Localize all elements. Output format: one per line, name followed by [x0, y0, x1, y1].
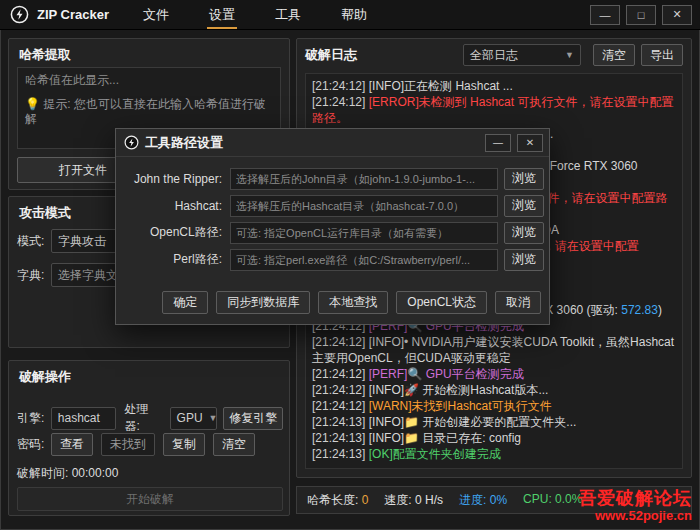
repair-engine-button[interactable]: 修复引擎	[223, 407, 283, 430]
opencl-browse-button[interactable]: 浏览	[504, 222, 544, 244]
chevron-down-icon: ▼	[565, 50, 574, 60]
john-path-label: John the Ripper:	[122, 172, 222, 186]
status-progress: 进度: 0%	[459, 492, 507, 509]
local-find-button[interactable]: 本地查找	[318, 291, 388, 314]
dialog-titlebar: 工具路径设置 — ✕	[116, 129, 549, 157]
hash-tip: 💡 提示: 您也可以直接在此输入哈希值进行破解	[25, 97, 273, 127]
watermark-text: 吾爱破解论坛	[578, 488, 692, 509]
start-crack-button[interactable]: 开始破解	[17, 487, 283, 511]
menu-item-设置[interactable]: 设置	[195, 1, 249, 29]
hashcat-path-row: Hashcat:浏览	[116, 192, 549, 219]
perl-path-label: Perl路径:	[122, 251, 222, 268]
cancel-button[interactable]: 取消	[495, 291, 541, 314]
log-line: [21:24:13] [INFO]📁 目录已存在: config	[312, 430, 676, 446]
dialog-window-controls: — ✕	[485, 134, 543, 152]
app-logo-icon	[10, 5, 29, 24]
log-line: [21:24:12] [INFO]• NVIDIA用户建议安装CUDA Tool…	[312, 334, 676, 366]
window-controls: — □ ✕	[590, 5, 692, 25]
status-speed: 速度: 0 H/s	[384, 492, 443, 509]
log-line: [21:24:12] [WARN]未找到Hashcat可执行文件	[312, 398, 676, 414]
dictionary-label: 字典:	[17, 267, 51, 284]
opencl-path-label: OpenCL路径:	[122, 224, 222, 241]
opencl-status-button[interactable]: OpenCL状态	[396, 291, 487, 314]
john-path-input[interactable]	[230, 168, 498, 190]
maximize-button[interactable]: □	[626, 5, 656, 25]
john-path-row: John the Ripper:浏览	[116, 165, 549, 192]
dialog-rows: John the Ripper:浏览Hashcat:浏览OpenCL路径:浏览P…	[116, 157, 549, 273]
menu-item-帮助[interactable]: 帮助	[327, 1, 381, 29]
minimize-button[interactable]: —	[590, 5, 620, 25]
opencl-path-input[interactable]	[230, 222, 498, 244]
password-status-field: 未找到	[101, 433, 155, 456]
titlebar: ZIP Cracker 文件设置工具帮助 — □ ✕	[0, 0, 700, 30]
processor-label: 处理器:	[124, 401, 163, 435]
log-filter-value: 全部日志	[470, 47, 518, 64]
status-items: 哈希长度: 0速度: 0 H/s进度: 0%CPU: 0.0%	[307, 492, 598, 509]
crack-time-label: 破解时间:	[17, 466, 68, 480]
confirm-button[interactable]: 确定	[162, 291, 208, 314]
log-panel-title: 破解日志	[305, 46, 357, 64]
status-hash-length: 哈希长度: 0	[307, 492, 368, 509]
dialog-close-button[interactable]: ✕	[517, 134, 543, 152]
log-export-button[interactable]: 导出	[641, 44, 683, 66]
hashcat-path-input[interactable]	[230, 195, 498, 217]
attack-mode-value: 字典攻击	[58, 233, 106, 250]
crack-time-row: 破解时间: 00:00:00	[17, 465, 118, 482]
crack-operation-panel: 破解操作 引擎: hashcat 处理器: GPU ▼ 修复引擎 密码: 查看 …	[8, 360, 290, 516]
processor-select[interactable]: GPU ▼	[170, 407, 218, 430]
menu-bar: 文件设置工具帮助	[123, 1, 387, 29]
log-line: [21:24:12] [INFO]🚀 开始检测Hashcat版本...	[312, 382, 676, 398]
operate-panel-title: 破解操作	[9, 361, 289, 386]
perl-path-input[interactable]	[230, 249, 498, 271]
status-cpu: CPU: 0.0%	[523, 492, 582, 509]
log-line: [21:24:13] [OK]配置文件夹创建完成	[312, 446, 676, 462]
mode-label: 模式:	[17, 233, 51, 250]
log-filter-select[interactable]: 全部日志 ▼	[463, 44, 581, 66]
password-row: 密码: 查看 未找到 复制 清空	[17, 433, 283, 456]
watermark: 吾爱破解论坛 www.52pojie.cn	[578, 488, 692, 524]
log-line: [21:24:12] [ERROR]未检测到 Hashcat 可执行文件，请在设…	[312, 94, 676, 126]
hash-panel-title: 哈希提取	[9, 39, 289, 64]
john-browse-button[interactable]: 浏览	[504, 168, 544, 190]
chevron-down-icon: ▼	[209, 413, 218, 423]
opencl-path-row: OpenCL路径:浏览	[116, 219, 549, 246]
tool-path-settings-dialog: 工具路径设置 — ✕ John the Ripper:浏览Hashcat:浏览O…	[115, 128, 550, 325]
close-button[interactable]: ✕	[662, 5, 692, 25]
dialog-buttons: 确定同步到数据库本地查找OpenCL状态取消	[162, 291, 541, 314]
dialog-title: 工具路径设置	[145, 134, 223, 152]
menu-item-工具[interactable]: 工具	[261, 1, 315, 29]
log-header: 破解日志 全部日志 ▼ 清空 导出	[297, 39, 691, 71]
log-line: [21:24:12] [PERF]🔍 GPU平台检测完成	[312, 366, 676, 382]
engine-value: hashcat	[58, 411, 100, 425]
hash-placeholder: 哈希值在此显示...	[25, 73, 273, 88]
copy-password-button[interactable]: 复制	[163, 433, 205, 456]
crack-time-value: 00:00:00	[72, 466, 119, 480]
perl-path-row: Perl路径:浏览	[116, 246, 549, 273]
log-line: [21:24:12] [INFO]正在检测 Hashcat ...	[312, 78, 676, 94]
watermark-url: www.52pojie.cn	[578, 509, 692, 524]
dialog-logo-icon	[124, 135, 139, 150]
password-label: 密码:	[17, 436, 51, 453]
log-clear-button[interactable]: 清空	[593, 44, 635, 66]
log-line: [21:24:13] [INFO]📁 开始创建必要的配置文件夹...	[312, 414, 676, 430]
hashcat-browse-button[interactable]: 浏览	[504, 195, 544, 217]
dialog-minimize-button[interactable]: —	[485, 134, 511, 152]
menu-item-文件[interactable]: 文件	[129, 1, 183, 29]
view-password-button[interactable]: 查看	[51, 433, 93, 456]
engine-row: 引擎: hashcat 处理器: GPU ▼ 修复引擎	[17, 401, 283, 435]
clear-password-button[interactable]: 清空	[213, 433, 255, 456]
app-title: ZIP Cracker	[37, 7, 109, 22]
sync-db-button[interactable]: 同步到数据库	[216, 291, 310, 314]
perl-browse-button[interactable]: 浏览	[504, 249, 544, 271]
hashcat-path-label: Hashcat:	[122, 199, 222, 213]
engine-label: 引擎:	[17, 410, 51, 427]
engine-field[interactable]: hashcat	[51, 407, 117, 430]
processor-value: GPU	[177, 411, 203, 425]
